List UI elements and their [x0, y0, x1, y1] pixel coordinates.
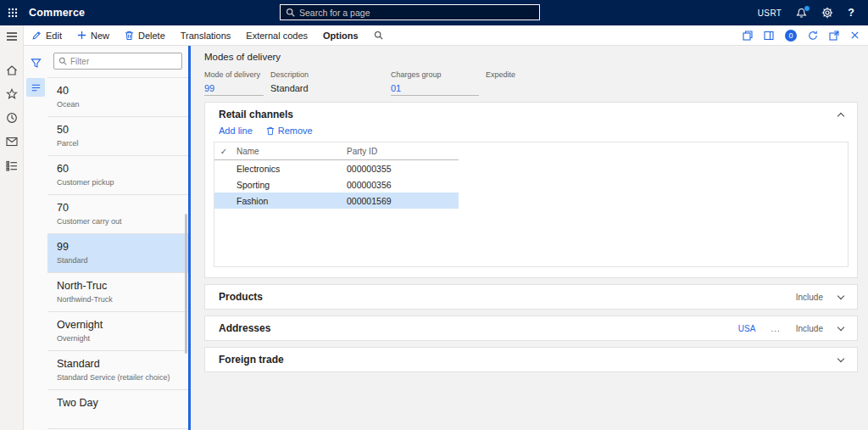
waffle-icon — [8, 8, 18, 18]
field-value-link[interactable]: 01 — [391, 83, 479, 96]
field-mode-of-delivery: Mode of delivery 99 — [204, 70, 264, 96]
more-options-button[interactable]: ... — [771, 324, 780, 333]
action-search-button[interactable] — [366, 25, 391, 46]
list-view-icon — [31, 82, 42, 93]
addresses-header[interactable]: Addresses USA ... Include — [205, 316, 857, 340]
options-button[interactable]: Options — [315, 25, 366, 46]
nav-strip — [0, 25, 24, 430]
field-label: Expedite — [486, 70, 562, 79]
new-button[interactable]: New — [70, 25, 117, 46]
select-all-checkmark[interactable]: ✓ — [214, 147, 233, 156]
search-icon — [374, 31, 383, 40]
sidepane-icon[interactable] — [764, 31, 774, 41]
add-line-button[interactable]: Add line — [219, 126, 253, 136]
record-item[interactable]: Standard Standard Service (retailer choi… — [47, 351, 188, 390]
section-products: Products Include — [204, 284, 858, 310]
popout-icon[interactable] — [829, 31, 839, 41]
record-item[interactable]: 40 Ocean — [47, 78, 188, 117]
section-title: Foreign trade — [219, 354, 284, 366]
table-row[interactable]: Sporting 000000356 — [214, 176, 459, 193]
cell-party-id: 000000355 — [343, 164, 459, 174]
record-item[interactable]: 70 Customer carry out — [47, 195, 188, 234]
edit-button[interactable]: Edit — [24, 25, 70, 46]
filter-funnel-icon[interactable] — [26, 53, 45, 72]
products-header[interactable]: Products Include — [205, 285, 857, 309]
chevron-down-icon — [837, 293, 844, 299]
recent-clock-icon[interactable] — [5, 111, 19, 125]
workspace-list-icon[interactable] — [5, 159, 19, 172]
grid-header-row: ✓ Name Party ID — [214, 142, 459, 160]
field-description: Description Standard — [270, 70, 384, 96]
user-initials[interactable]: USRT — [758, 8, 782, 18]
record-subtitle: Northwind-Truck — [57, 295, 179, 304]
field-value-link[interactable]: 99 — [204, 83, 264, 96]
record-subtitle: Standard — [57, 256, 179, 265]
copy-window-icon[interactable] — [743, 31, 753, 41]
cell-name: Sporting — [233, 180, 343, 190]
record-title: 60 — [57, 163, 179, 175]
retail-channels-toolbar: Add line Remove — [205, 125, 857, 140]
action-bar: Edit New Delete Translations External co… — [24, 25, 868, 46]
field-value[interactable]: Standard — [270, 83, 384, 96]
column-header-party-id[interactable]: Party ID — [343, 147, 459, 156]
table-row-selected[interactable]: Fashion 000001569 — [214, 193, 459, 209]
field-charges-group: Charges group 01 — [391, 70, 479, 96]
retail-channels-header[interactable]: Retail channels — [205, 103, 857, 125]
mail-icon[interactable] — [5, 135, 19, 148]
table-row[interactable]: Electronics 000000355 — [214, 160, 459, 176]
cell-party-id: 000000356 — [343, 180, 459, 190]
chevron-down-icon — [837, 355, 844, 362]
page-title: Modes of delivery — [204, 52, 858, 62]
cell-name: Fashion — [233, 196, 343, 206]
addresses-usa-link[interactable]: USA — [738, 324, 756, 333]
record-item[interactable]: Overnight Overnight — [47, 312, 188, 351]
notifications-bell-icon[interactable] — [796, 8, 807, 19]
foreign-trade-header[interactable]: Foreign trade — [205, 348, 857, 371]
chevron-up-icon — [837, 112, 844, 119]
action-bar-right: 0 — [743, 30, 868, 42]
record-item[interactable]: 50 Parcel — [47, 117, 188, 156]
record-item[interactable]: North-Truc Northwind-Truck — [47, 273, 188, 312]
section-retail-channels: Retail channels Add line Remove ✓ — [204, 102, 858, 278]
record-item-selected[interactable]: 99 Standard — [47, 234, 188, 273]
field-label: Description — [270, 70, 384, 79]
external-codes-label: External codes — [246, 31, 308, 41]
translations-button[interactable]: Translations — [173, 25, 239, 46]
close-icon[interactable] — [850, 31, 860, 40]
list-view-button[interactable] — [26, 78, 45, 97]
field-expedite: Expedite — [486, 70, 562, 96]
favorites-star-icon[interactable] — [5, 87, 19, 101]
section-addresses: Addresses USA ... Include — [204, 316, 858, 341]
column-header-name[interactable]: Name — [233, 147, 343, 156]
home-icon[interactable] — [5, 64, 19, 77]
filter-input[interactable] — [70, 57, 177, 66]
add-line-label: Add line — [219, 126, 253, 136]
remove-button[interactable]: Remove — [266, 126, 313, 136]
app-launcher-button[interactable] — [0, 0, 25, 25]
settings-gear-icon[interactable] — [821, 7, 833, 19]
record-title: Two Day — [57, 397, 179, 409]
external-codes-button[interactable]: External codes — [238, 25, 315, 46]
record-subtitle: Customer pickup — [57, 178, 179, 187]
messages-count-badge[interactable]: 0 — [785, 30, 797, 42]
field-label: Charges group — [391, 70, 479, 79]
main-content: Modes of delivery Mode of delivery 99 De… — [191, 46, 868, 430]
remove-label: Remove — [278, 126, 313, 136]
top-search-input[interactable] — [299, 8, 534, 18]
app-name[interactable]: Commerce — [29, 7, 85, 19]
list-scrollbar[interactable] — [185, 214, 187, 354]
record-title: 50 — [57, 124, 179, 136]
refresh-icon[interactable] — [808, 31, 818, 41]
record-item[interactable]: Two Day — [47, 390, 188, 429]
delete-button[interactable]: Delete — [117, 25, 173, 46]
panel-splitter[interactable] — [188, 46, 191, 430]
hamburger-menu-icon[interactable] — [5, 30, 19, 43]
cell-name: Electronics — [233, 164, 343, 174]
search-icon — [286, 8, 295, 17]
record-list-panel: 40 Ocean 50 Parcel 60 Customer pickup 70… — [47, 46, 188, 430]
help-icon[interactable]: ? — [848, 7, 854, 19]
trash-icon — [266, 126, 275, 136]
field-value[interactable] — [486, 83, 562, 96]
record-item[interactable]: 60 Customer pickup — [47, 156, 188, 195]
top-bar: Commerce USRT ? — [0, 0, 868, 25]
